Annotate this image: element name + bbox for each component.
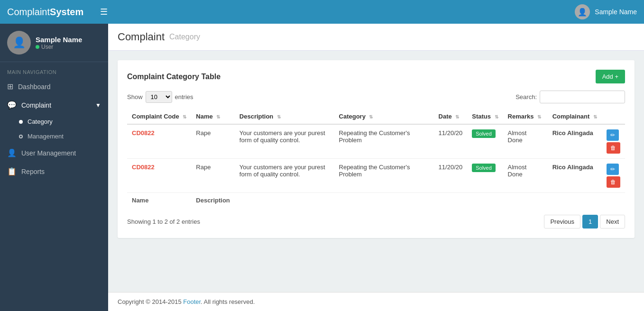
add-button[interactable]: Add + <box>596 70 625 83</box>
edit-button-1[interactable]: ✏ <box>607 164 619 175</box>
cell-remarks-0: Almost Done <box>503 124 548 159</box>
sidebar-username: Sample Name <box>36 36 82 44</box>
page-title: Complaint <box>118 31 165 43</box>
cell-complainant-1: Rico Alingada <box>548 159 602 193</box>
search-box: Search: <box>515 91 625 103</box>
action-buttons-0: ✏ 🗑 <box>607 129 620 154</box>
reports-icon: 📋 <box>7 167 17 176</box>
sidebar-item-reports[interactable]: 📋 Reports <box>0 162 108 181</box>
sidebar-item-dashboard[interactable]: ⊞ Dashboard <box>0 77 108 96</box>
page-header: Complaint Category <box>108 24 644 51</box>
sidebar-item-complaint[interactable]: 💬 Complaint ▼ <box>0 96 108 114</box>
complaint-card: Complaint Category Table Add + Show 10 2… <box>118 60 635 238</box>
sort-icon-status: ⇅ <box>495 114 498 119</box>
cell-date-1: 11/20/20 <box>434 159 468 193</box>
show-label: Show <box>127 93 143 101</box>
user-management-icon: 👤 <box>7 148 17 157</box>
cell-category-0: Repeating the Customer's Problem <box>334 124 434 159</box>
complaint-icon: 💬 <box>7 101 17 110</box>
sidebar-user-profile: 👤 Sample Name User <box>0 24 108 62</box>
sort-icon-complainant: ⇅ <box>593 114 597 119</box>
page-subtitle: Category <box>169 33 200 41</box>
footer-text-after: . All rights reserved. <box>201 298 255 305</box>
action-buttons-1: ✏ 🗑 <box>607 164 620 188</box>
search-input[interactable] <box>540 91 625 103</box>
complaint-code-link-1[interactable]: CD0822 <box>132 164 155 171</box>
menu-toggle-icon[interactable]: ☰ <box>100 7 108 17</box>
col-actions <box>602 109 625 124</box>
page-1-button[interactable]: 1 <box>582 215 598 229</box>
cell-status-0: Solved <box>467 124 503 159</box>
footer-col-name: Name <box>127 193 191 208</box>
delete-button-0[interactable]: 🗑 <box>607 142 620 154</box>
sidebar-reports-label: Reports <box>21 168 45 175</box>
cell-actions-0: ✏ 🗑 <box>602 124 625 159</box>
circle-empty-icon <box>19 135 23 138</box>
sort-icon-desc: ⇅ <box>277 114 281 119</box>
col-category: Category ⇅ <box>334 109 434 124</box>
cell-status-1: Solved <box>467 159 503 193</box>
previous-button[interactable]: Previous <box>544 215 580 229</box>
online-indicator <box>36 45 39 49</box>
top-navbar: ComplaintSystem ☰ 👤 Sample Name <box>0 0 644 24</box>
show-entries: Show 10 25 50 100 entries <box>127 91 193 103</box>
complaint-table: Complaint Code ⇅ Name ⇅ Description ⇅ Ca… <box>127 109 625 208</box>
cell-description-0: Your customers are your purest form of q… <box>235 124 334 159</box>
sidebar-avatar: 👤 <box>7 31 31 55</box>
sort-icon-name: ⇅ <box>216 114 220 119</box>
top-nav-avatar: 👤 <box>575 4 590 19</box>
brand-logo: ComplaintSystem <box>7 7 83 18</box>
table-header-row: Complaint Code ⇅ Name ⇅ Description ⇅ Ca… <box>127 109 625 124</box>
sidebar-management-label: Management <box>28 133 64 140</box>
card-header: Complaint Category Table Add + <box>127 70 625 83</box>
table-footer: Showing 1 to 2 of 2 entries Previous 1 N… <box>127 215 625 229</box>
col-description: Description ⇅ <box>235 109 334 124</box>
col-date: Date ⇅ <box>434 109 468 124</box>
sidebar-item-management[interactable]: Management <box>0 129 108 144</box>
sidebar-item-user-management[interactable]: 👤 User Management <box>0 144 108 162</box>
sidebar: 👤 Sample Name User MAIN NAVIGATION ⊞ Das… <box>0 24 108 311</box>
sort-icon-remarks: ⇅ <box>537 114 541 119</box>
edit-button-0[interactable]: ✏ <box>607 129 619 141</box>
col-status: Status ⇅ <box>467 109 503 124</box>
cell-name-0: Rape <box>191 124 235 159</box>
footer-col-description: Description <box>191 193 235 208</box>
page-footer: Copyright © 2014-2015 Footer. All rights… <box>108 292 644 311</box>
footer-link[interactable]: Footer <box>183 298 201 305</box>
entries-select[interactable]: 10 25 50 100 <box>146 91 172 103</box>
sidebar-category-label: Category <box>28 118 53 125</box>
complaint-code-link-0[interactable]: CD0822 <box>132 129 155 137</box>
col-code: Complaint Code ⇅ <box>127 109 191 124</box>
cell-date-0: 11/20/20 <box>434 124 468 159</box>
table-controls: Show 10 25 50 100 entries Search: <box>127 91 625 103</box>
cell-remarks-1: Almost Done <box>503 159 548 193</box>
sidebar-nav-label: MAIN NAVIGATION <box>0 62 108 77</box>
footer-text: Copyright © 2014-2015 <box>118 298 183 305</box>
status-badge-1: Solved <box>472 164 496 172</box>
card-title: Complaint Category Table <box>127 73 221 81</box>
cell-category-1: Repeating the Customer's Problem <box>334 159 434 193</box>
dashboard-icon: ⊞ <box>7 82 13 91</box>
top-nav-username: Sample Name <box>595 8 637 16</box>
col-remarks: Remarks ⇅ <box>503 109 548 124</box>
col-name: Name ⇅ <box>191 109 235 124</box>
entries-label: entries <box>175 93 193 101</box>
status-badge-0: Solved <box>472 129 496 138</box>
sort-icon-date: ⇅ <box>455 114 459 119</box>
cell-complainant-0: Rico Alingada <box>548 124 602 159</box>
cell-name-1: Rape <box>191 159 235 193</box>
delete-button-1[interactable]: 🗑 <box>607 176 620 188</box>
cell-description-1: Your customers are your purest form of q… <box>235 159 334 193</box>
next-button[interactable]: Next <box>600 215 625 229</box>
col-complainant: Complainant ⇅ <box>548 109 602 124</box>
circle-filled-icon <box>19 120 23 124</box>
sidebar-user-mgmt-label: User Management <box>21 149 76 157</box>
main-content: Complaint Category Complaint Category Ta… <box>108 24 644 311</box>
sort-icon-code: ⇅ <box>183 114 186 119</box>
sidebar-user-info: Sample Name User <box>36 36 82 50</box>
table-row: CD0822 Rape Your customers are your pure… <box>127 124 625 159</box>
top-nav-right: 👤 Sample Name <box>575 4 637 19</box>
sidebar-item-category[interactable]: Category <box>0 114 108 129</box>
cell-code-1: CD0822 <box>127 159 191 193</box>
sidebar-complaint-label: Complaint <box>21 101 51 109</box>
